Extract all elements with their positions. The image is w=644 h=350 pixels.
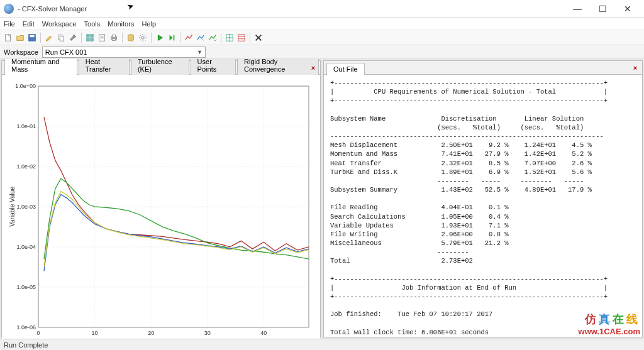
- chart-line-icon[interactable]: [183, 32, 194, 43]
- svg-rect-7: [87, 38, 89, 40]
- workspace-combo[interactable]: Run CFX 001 ▼: [42, 46, 206, 58]
- menubar: File Edit Workspace Tools Monitors Help: [0, 18, 644, 30]
- menu-monitors[interactable]: Monitors: [108, 20, 134, 28]
- close-panel-left-icon[interactable]: ×: [309, 63, 318, 72]
- statusbar: Run Complete: [0, 339, 644, 350]
- monitor-panel: Momentum and Mass Heat Transfer Turbulen…: [1, 60, 321, 337]
- svg-text:1.0e-05: 1.0e-05: [16, 284, 36, 290]
- maximize-button[interactable]: ☐: [590, 1, 615, 16]
- content-area: Momentum and Mass Heat Transfer Turbulen…: [0, 59, 644, 339]
- svg-text:1.0e-02: 1.0e-02: [16, 163, 36, 170]
- tab-outfile[interactable]: Out File: [326, 63, 365, 75]
- workspace-label: Workspace: [4, 48, 38, 56]
- cursor-icon: ➤: [126, 1, 135, 12]
- chart-check-icon[interactable]: [207, 32, 218, 43]
- menu-help[interactable]: Help: [142, 20, 156, 28]
- db-icon[interactable]: [125, 32, 136, 43]
- grid-icon[interactable]: [84, 32, 96, 43]
- minimize-button[interactable]: —: [565, 1, 590, 16]
- watermark: 仿真在线 www.1CAE.com: [579, 312, 640, 336]
- menu-file[interactable]: File: [4, 20, 15, 28]
- svg-rect-2: [30, 35, 35, 37]
- copy-icon[interactable]: [55, 32, 67, 43]
- watermark-url: www.1CAE.com: [579, 327, 640, 336]
- open-icon[interactable]: [14, 32, 26, 43]
- close-panel-right-icon[interactable]: ×: [631, 63, 640, 72]
- watermark-cn: 仿真在线: [585, 312, 640, 327]
- tab-user-points[interactable]: User Points: [191, 59, 236, 75]
- svg-rect-8: [91, 38, 93, 40]
- svg-rect-6: [91, 34, 93, 36]
- svg-rect-5: [87, 34, 89, 36]
- tab-momentum-mass[interactable]: Momentum and Mass: [4, 59, 77, 75]
- svg-text:0: 0: [36, 330, 40, 336]
- chart-grid1-icon[interactable]: [224, 32, 235, 43]
- outfile-text[interactable]: +---------------------------------------…: [324, 75, 642, 337]
- wrench-icon[interactable]: [67, 32, 79, 43]
- plot-area: 1.0e+001.0e-011.0e-021.0e-031.0e-041.0e-…: [2, 75, 320, 339]
- svg-text:10: 10: [92, 330, 98, 336]
- svg-text:40: 40: [260, 330, 267, 336]
- svg-text:Variable Value: Variable Value: [9, 187, 16, 227]
- svg-text:1.0e-03: 1.0e-03: [16, 204, 36, 210]
- svg-rect-18: [174, 35, 175, 40]
- next-icon[interactable]: [166, 32, 177, 43]
- svg-text:30: 30: [204, 330, 211, 336]
- workspace-value: Run CFX 001: [45, 48, 87, 56]
- menu-workspace[interactable]: Workspace: [42, 20, 77, 28]
- svg-rect-14: [112, 35, 115, 37]
- close-button[interactable]: ✕: [615, 1, 640, 16]
- save-icon[interactable]: [26, 32, 38, 43]
- chevron-down-icon: ▼: [197, 49, 203, 55]
- svg-text:1.0e+00: 1.0e+00: [15, 83, 36, 89]
- svg-text:20: 20: [148, 330, 154, 336]
- svg-rect-0: [6, 34, 11, 41]
- tab-rigid-body[interactable]: Rigid Body Convergence: [237, 59, 319, 75]
- tab-turbulence[interactable]: Turbulence (KE): [131, 59, 189, 75]
- monitor-tabs: Momentum and Mass Heat Transfer Turbulen…: [2, 61, 320, 75]
- edit-icon[interactable]: [43, 32, 55, 43]
- chart-edit-icon[interactable]: [195, 32, 206, 43]
- menu-tools[interactable]: Tools: [84, 20, 101, 28]
- new-icon[interactable]: [3, 32, 14, 43]
- svg-text:Accumulated Time Step: Accumulated Time Step: [140, 338, 207, 339]
- svg-point-17: [142, 36, 144, 38]
- svg-rect-4: [60, 36, 64, 41]
- window-title: - CFX-Solver Manager: [18, 5, 87, 13]
- page-icon[interactable]: [96, 32, 108, 43]
- svg-text:1.0e-01: 1.0e-01: [16, 123, 36, 129]
- app-icon: [4, 4, 14, 14]
- svg-rect-22: [238, 34, 245, 41]
- svg-text:1.0e-04: 1.0e-04: [16, 244, 36, 250]
- tab-heat-transfer[interactable]: Heat Transfer: [79, 59, 130, 75]
- gear-icon[interactable]: [137, 32, 148, 43]
- titlebar: - CFX-Solver Manager ➤ — ☐ ✕: [0, 0, 644, 18]
- toolbar: [0, 30, 644, 45]
- svg-rect-9: [99, 34, 105, 41]
- svg-rect-15: [112, 38, 115, 40]
- play-icon[interactable]: [154, 32, 165, 43]
- status-text: Run Complete: [4, 341, 48, 349]
- close-run-icon[interactable]: [253, 32, 264, 43]
- convergence-chart: 1.0e+001.0e-011.0e-021.0e-031.0e-041.0e-…: [7, 81, 315, 339]
- menu-edit[interactable]: Edit: [23, 20, 35, 28]
- outfile-tabs: Out File ×: [324, 61, 642, 75]
- svg-text:1.0e-06: 1.0e-06: [16, 324, 36, 331]
- chart-grid2-icon[interactable]: [236, 32, 247, 43]
- outfile-panel: Out File × +----------------------------…: [323, 60, 643, 337]
- print-icon[interactable]: [108, 32, 119, 43]
- workspace-row: Workspace Run CFX 001 ▼: [0, 45, 644, 59]
